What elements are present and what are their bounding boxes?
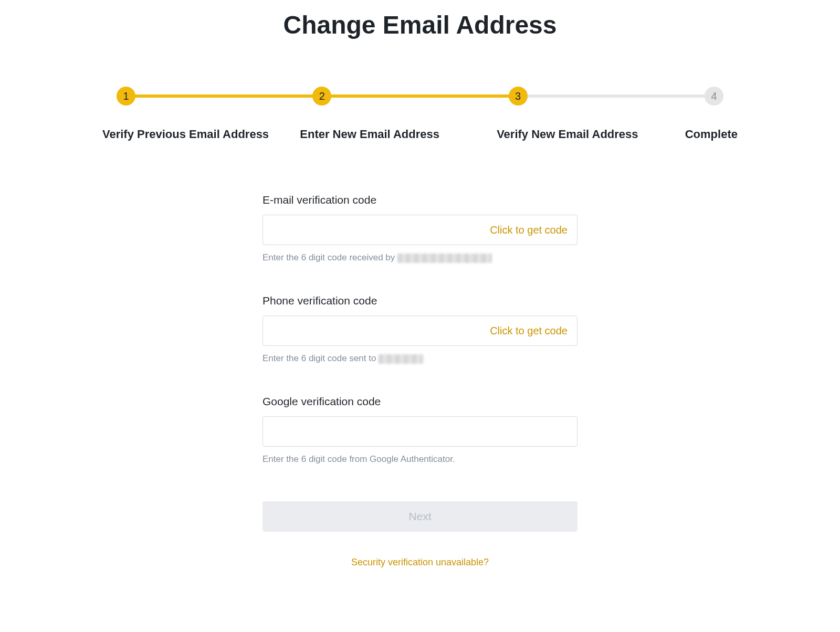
google-code-group: Google verification code Enter the 6 dig… (262, 395, 578, 465)
step-label-3: Verify New Email Address (497, 128, 638, 141)
google-code-input[interactable] (272, 417, 568, 446)
stepper-labels: Verify Previous Email Address Enter New … (102, 128, 738, 141)
step-label-2: Enter New Email Address (300, 128, 439, 141)
step-label-4: Complete (685, 128, 738, 141)
email-helper-text: Enter the 6 digit code received by (262, 252, 578, 263)
email-get-code-link[interactable]: Click to get code (490, 224, 568, 236)
step-circle-2: 2 (312, 87, 331, 106)
phone-code-input[interactable] (272, 316, 490, 345)
stepper: 1 2 3 4 Verify Previous Email Address En… (102, 87, 738, 141)
email-code-group: E-mail verification code Click to get co… (262, 194, 578, 263)
google-code-input-wrapper (262, 416, 578, 447)
step-circle-3: 3 (509, 87, 528, 106)
step-circle-1: 1 (117, 87, 135, 106)
email-code-input[interactable] (272, 215, 490, 245)
email-code-input-wrapper: Click to get code (262, 215, 578, 245)
email-redacted (397, 254, 492, 263)
phone-helper-prefix: Enter the 6 digit code sent to (262, 353, 379, 363)
phone-get-code-link[interactable]: Click to get code (490, 325, 568, 337)
phone-redacted (379, 354, 423, 364)
step-label-1: Verify Previous Email Address (102, 128, 269, 141)
page-title: Change Email Address (0, 10, 840, 39)
stepper-circles: 1 2 3 4 (117, 87, 723, 106)
email-code-label: E-mail verification code (262, 194, 578, 206)
next-button[interactable]: Next (262, 501, 578, 532)
step-circle-4: 4 (705, 87, 723, 106)
security-unavailable-link[interactable]: Security verification unavailable? (262, 557, 578, 568)
form-area: E-mail verification code Click to get co… (262, 194, 578, 568)
google-code-label: Google verification code (262, 395, 578, 408)
email-helper-prefix: Enter the 6 digit code received by (262, 252, 397, 262)
stepper-track: 1 2 3 4 (117, 87, 723, 106)
phone-code-group: Phone verification code Click to get cod… (262, 294, 578, 364)
google-helper-text: Enter the 6 digit code from Google Authe… (262, 454, 578, 465)
phone-code-label: Phone verification code (262, 294, 578, 307)
phone-helper-text: Enter the 6 digit code sent to (262, 353, 578, 364)
phone-code-input-wrapper: Click to get code (262, 315, 578, 346)
